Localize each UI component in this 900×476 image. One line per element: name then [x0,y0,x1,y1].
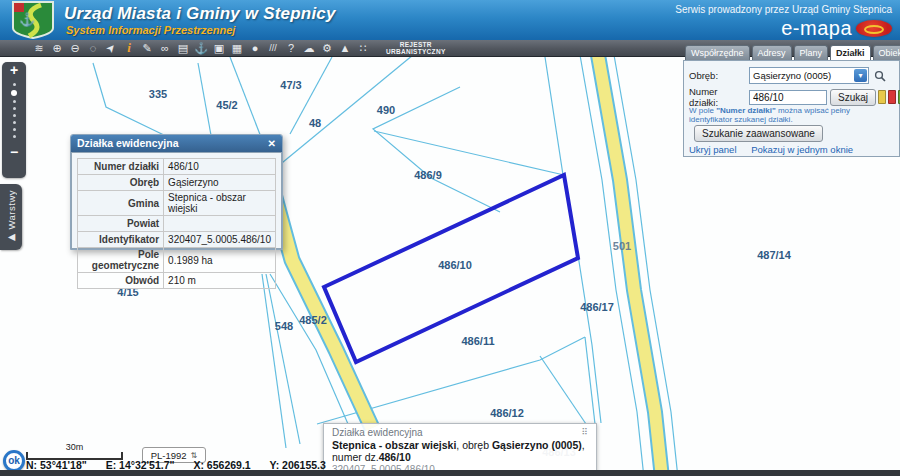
parcel-number-input[interactable] [749,90,827,105]
table-row: Powiat [78,216,276,232]
parcel-popup: Działka ewidencyjna ✕ Numer działki 486/… [70,134,283,250]
obreb-selected-value: Gąsierzyno (0005) [750,70,853,81]
legend-red-icon[interactable] [888,90,896,104]
zoom-slider[interactable]: + − [2,62,26,178]
zoom-level-dot[interactable] [13,83,16,86]
attr-label: Pole geometryczne [78,248,164,273]
link-icon[interactable]: ∞ [156,40,174,56]
zoom-level-dot[interactable] [13,107,16,110]
attr-value: 486/10 [164,159,276,175]
ok-button[interactable]: ok [3,450,25,472]
search-magnifier-icon[interactable] [874,70,886,82]
zoom-level-dot[interactable] [13,114,16,117]
measure-icon[interactable]: ✎ [138,40,156,56]
layers-tab-label: Warstwy [6,190,17,230]
attr-value: 210 m [164,273,276,289]
result-obreb: Gąsierzyno (0005) [492,439,582,451]
table-row: Identyfikator 320407_5.0005.486/10 [78,232,276,248]
zoom-levels[interactable] [2,78,26,144]
hint-bold: "Numer działki" [716,106,776,115]
north-arrow-icon[interactable]: ▲ [336,40,354,56]
urban-register-button[interactable]: REJESTR URBANISTYCZNY [386,41,446,55]
attr-value: Stepnica - obszar wiejski [164,191,276,216]
parcel-label: 487/14 [757,249,792,261]
zoom-level-current[interactable] [11,90,17,96]
obreb-select[interactable]: Gąsierzyno (0005) ▾ [749,67,869,84]
parcel-label: 490 [377,104,395,116]
tab-dzialki[interactable]: Działki [830,45,871,60]
attr-value: 320407_5.0005.486/10 [164,232,276,248]
scale-label: 30m [26,442,123,452]
anchor-icon[interactable]: ⚓ [192,40,210,56]
layers-panel-tab[interactable]: ▶ Warstwy [0,184,22,250]
table-row: Numer działki 486/10 [78,159,276,175]
emapa-wordmark: e-mapa [781,17,852,40]
parcel-number-label: Numer działki: [689,86,749,108]
urban-register-line1: REJESTR [386,41,446,48]
coordinates-icon[interactable]: /// [264,40,282,56]
tab-plany[interactable]: Plany [794,45,829,60]
parcel-label: 486/12 [490,407,524,419]
windows-icon[interactable]: ▣ [210,40,228,56]
hint-prefix: W pole [689,106,716,115]
comment-icon[interactable]: ● [246,40,264,56]
parcel-label: 501 [613,240,631,252]
result-popup-title: Działka ewidencyjna [332,427,423,438]
advanced-search-button[interactable]: Szukanie zaawansowane [694,125,823,142]
pointer-icon[interactable]: ➤ [102,40,120,56]
zoom-level-dot[interactable] [13,135,16,138]
zoom-in-button[interactable]: + [2,62,26,78]
single-window-link[interactable]: Pokazuj w jednym oknie [751,144,853,155]
page-title: Urząd Miasta i Gminy w Stepnicy [64,4,336,24]
parcel-label: 485/2 [299,314,327,326]
info-icon[interactable]: i [120,40,138,56]
scale-bar: 30m [26,442,123,460]
help-icon[interactable]: ? [282,40,300,56]
header-bar: ⚓ Urząd Miasta i Gminy w Stepnicy System… [0,0,900,40]
legend-yellow-icon[interactable] [878,90,886,104]
zoom-level-dot[interactable] [13,128,16,131]
select-area-icon[interactable]: ◌ [84,40,102,56]
parcel-popup-title: Działka ewidencyjna [77,135,179,152]
urban-register-line2: URBANISTYCZNY [386,48,446,55]
zoom-level-dot[interactable] [13,100,16,103]
geosystem-logo-icon [856,20,892,37]
attr-label: Identyfikator [78,232,164,248]
parcel-label: 486/11 [461,335,494,347]
tab-adresy[interactable]: Adresy [752,45,792,60]
table-row: Pole geometryczne 0.1989 ha [78,248,276,273]
attr-value: Gąsierzyno [164,175,276,191]
zoom-out-icon[interactable]: ⊖ [66,40,84,56]
panels-icon[interactable]: ▦ [228,40,246,56]
tab-wspolrzedne[interactable]: Współrzędne [685,45,750,60]
result-gmina: Stepnica - obszar wiejski [332,439,456,451]
print-icon[interactable]: ▤ [174,40,192,56]
search-button[interactable]: Szukaj [830,89,876,106]
panel-body: Obręb: Gąsierzyno (0005) ▾ Numer działki… [683,60,900,157]
tab-obiekty[interactable]: Obiekty [873,45,900,60]
emapa-brand: e-mapa [781,17,892,40]
zoom-level-dot[interactable] [13,121,16,124]
search-hint: W pole "Numer działki" można wpisać pełn… [689,106,895,124]
hide-panel-link[interactable]: Ukryj panel [689,144,737,155]
close-icon[interactable]: ✕ [268,135,276,152]
app-window: 335 45/2 47/3 48 490 486/9 486/10 486/11… [0,0,900,476]
result-description: Stepnica - obszar wiejski, obręb Gąsierz… [332,439,588,463]
attr-label: Powiat [78,216,164,232]
drag-dots-icon[interactable]: ⠿ [581,427,588,438]
svg-text:⚓: ⚓ [19,11,36,28]
table-row: Gmina Stepnica - obszar wiejski [78,191,276,216]
attr-value [164,216,276,232]
parcel-label-selected: 486/10 [438,259,472,271]
zoom-out-button[interactable]: − [2,144,26,160]
settings-gear-icon[interactable]: ⚙ [318,40,336,56]
page-subtitle: System Informacji Przestrzennej [66,24,235,36]
share-icon[interactable]: ∷ [354,40,372,56]
pointer-glyph: ➤ [102,39,120,56]
upload-cloud-icon[interactable]: ☁ [300,40,318,56]
search-result-popup: Działka ewidencyjna ⠿ Stepnica - obszar … [323,423,597,476]
result-number: 486/10 [379,451,411,463]
municipality-logo: ⚓ [10,1,56,43]
parcel-label: 486/9 [414,169,442,181]
chevron-down-icon[interactable]: ▾ [854,69,867,82]
